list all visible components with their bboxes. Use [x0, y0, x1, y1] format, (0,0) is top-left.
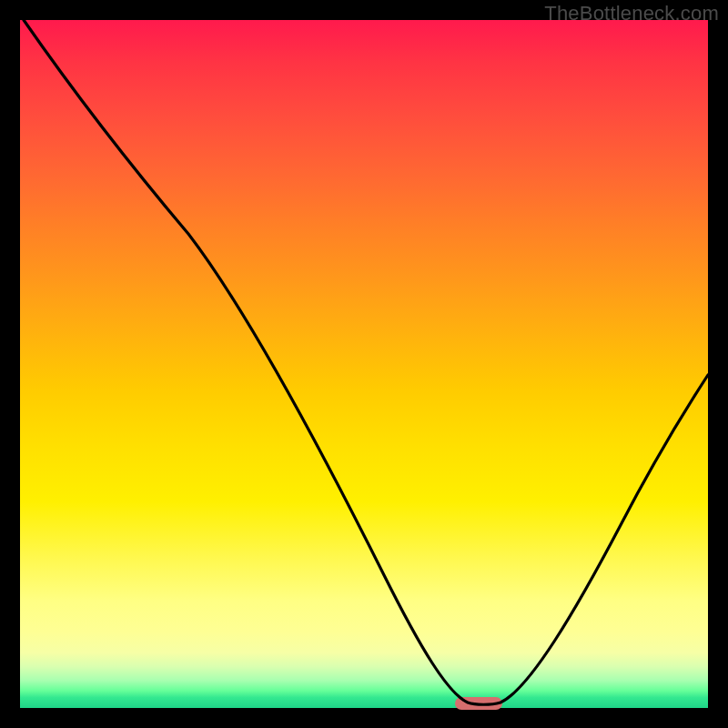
bottleneck-curve [24, 20, 708, 704]
chart-svg [20, 20, 708, 708]
watermark-text: TheBottleneck.com [544, 2, 719, 25]
chart-frame: TheBottleneck.com [0, 0, 728, 728]
